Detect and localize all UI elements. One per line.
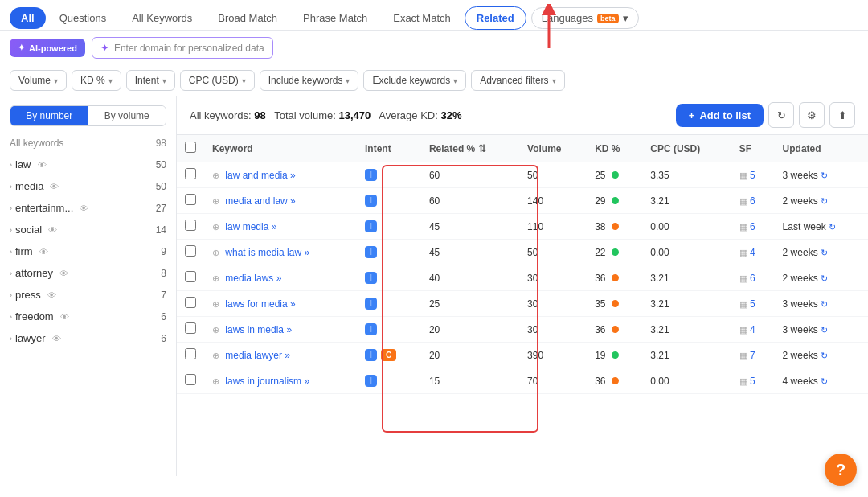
filter-exclude[interactable]: Exclude keywords ▾ (363, 70, 466, 91)
filter-kd[interactable]: KD % ▾ (72, 70, 121, 91)
row-checkbox[interactable] (185, 322, 196, 334)
refresh-icon[interactable]: ↻ (821, 351, 828, 360)
eye-icon[interactable]: 👁 (59, 269, 68, 278)
keyword-link[interactable]: media and law » (225, 195, 295, 207)
sidebar-count: 7 (161, 290, 166, 301)
row-checkbox[interactable] (185, 168, 196, 179)
filter-cpc[interactable]: CPC (USD) ▾ (180, 70, 255, 91)
sidebar-item-attorney[interactable]: › attorney 👁 8 (0, 262, 176, 284)
eye-icon[interactable]: 👁 (80, 203, 88, 213)
tab-allkeywords[interactable]: All Keywords (120, 6, 204, 30)
eye-icon[interactable]: 👁 (60, 312, 69, 322)
refresh-button[interactable]: ↻ (768, 102, 794, 128)
settings-button[interactable]: ⚙ (799, 102, 825, 128)
volume-value: 50 (519, 162, 587, 188)
sidebar-item-law[interactable]: › law 👁 50 (0, 154, 176, 175)
refresh-icon[interactable]: ↻ (821, 299, 828, 309)
help-button[interactable]: ? (825, 454, 857, 486)
sidebar-item-firm[interactable]: › firm 👁 9 (0, 240, 176, 262)
kd-value: 35 (587, 291, 642, 317)
sidebar-item-media[interactable]: › media 👁 50 (0, 175, 176, 197)
ai-powered-button[interactable]: ✦ AI-powered (10, 39, 85, 57)
sidebar-item-freedom[interactable]: › freedom 👁 6 (0, 306, 176, 327)
table-wrapper: Keyword Intent Related % ⇅ Volume KD % C… (177, 135, 868, 394)
filter-include[interactable]: Include keywords ▾ (260, 70, 359, 91)
tab-questions[interactable]: Questions (47, 6, 119, 30)
sf-link[interactable]: 5 (750, 376, 755, 387)
add-to-list-button[interactable]: + Add to list (676, 104, 764, 127)
kd-indicator (612, 249, 619, 256)
keyword-link[interactable]: laws in journalism » (225, 376, 309, 387)
chevron-right-icon: › (10, 291, 12, 299)
refresh-icon[interactable]: ↻ (821, 248, 828, 257)
keyword-link[interactable]: what is media law » (225, 247, 309, 258)
row-checkbox[interactable] (185, 194, 196, 205)
sf-link[interactable]: 4 (750, 324, 755, 335)
export-button[interactable]: ⬆ (829, 102, 855, 128)
intent-badge: I (365, 220, 377, 232)
sidebar-item-press[interactable]: › press 👁 7 (0, 284, 176, 306)
intent-badge-i: I (365, 349, 377, 361)
col-related[interactable]: Related % ⇅ (421, 135, 519, 162)
sidebar-item-social[interactable]: › social 👁 14 (0, 219, 176, 240)
tab-all[interactable]: All (10, 7, 46, 29)
kd-indicator (612, 377, 619, 384)
table-row: ⊕ media laws » I 40 30 36 3.21 ▦ 6 2 wee… (177, 265, 868, 291)
select-all-checkbox[interactable] (185, 142, 196, 153)
eye-icon[interactable]: 👁 (52, 334, 61, 343)
eye-icon[interactable]: 👁 (48, 225, 57, 235)
row-checkbox[interactable] (185, 374, 196, 385)
refresh-icon[interactable]: ↻ (821, 376, 828, 386)
keyword-link[interactable]: media laws » (225, 273, 281, 284)
row-checkbox[interactable] (185, 220, 196, 231)
row-checkbox[interactable] (185, 245, 196, 257)
table-container: Keyword Intent Related % ⇅ Volume KD % C… (177, 135, 868, 476)
filter-volume[interactable]: Volume ▾ (10, 70, 67, 91)
domain-input[interactable]: ✦ Enter domain for personalized data (92, 37, 273, 59)
refresh-icon[interactable]: ↻ (821, 273, 828, 283)
row-checkbox[interactable] (185, 271, 196, 282)
stats-text: All keywords: 98 Total volume: 13,470 Av… (190, 109, 461, 121)
question-mark-icon: ? (836, 461, 845, 479)
refresh-icon[interactable]: ↻ (829, 222, 836, 232)
sf-link[interactable]: 6 (750, 221, 755, 232)
toggle-by-volume[interactable]: By volume (88, 106, 166, 125)
stats-actions: + Add to list ↻ ⚙ ⬆ (676, 102, 855, 128)
eye-icon[interactable]: 👁 (38, 160, 47, 170)
refresh-icon[interactable]: ↻ (821, 196, 828, 206)
filter-intent[interactable]: Intent ▾ (126, 70, 175, 91)
keyword-link[interactable]: media lawyer » (225, 350, 290, 361)
sidebar-item-lawyer[interactable]: › lawyer 👁 6 (0, 327, 176, 349)
tab-phrasematch[interactable]: Phrase Match (291, 6, 379, 30)
kd-indicator (612, 171, 619, 179)
keyword-link[interactable]: laws for media » (225, 298, 295, 310)
table-row: ⊕ laws in media » I 20 30 36 3.21 ▦ 4 3 … (177, 317, 868, 343)
row-checkbox[interactable] (185, 297, 196, 308)
refresh-icon[interactable]: ↻ (821, 170, 828, 180)
sidebar-keyword-label: social (15, 224, 42, 236)
keyword-link[interactable]: laws in media » (225, 324, 292, 335)
sf-link[interactable]: 6 (750, 195, 755, 207)
row-checkbox[interactable] (185, 348, 196, 359)
tab-broadmatch[interactable]: Broad Match (206, 6, 289, 30)
chevron-right-icon: › (10, 269, 12, 277)
toggle-by-number[interactable]: By number (10, 106, 88, 125)
eye-icon[interactable]: 👁 (47, 290, 56, 300)
eye-icon[interactable]: 👁 (50, 182, 59, 191)
sf-link[interactable]: 7 (750, 350, 755, 361)
sidebar-item-entertainment[interactable]: › entertainm... 👁 27 (0, 197, 176, 219)
eye-icon[interactable]: 👁 (39, 247, 48, 257)
sf-link[interactable]: 6 (750, 273, 755, 284)
refresh-icon[interactable]: ↻ (821, 325, 828, 335)
keyword-link[interactable]: law media » (225, 221, 276, 232)
sf-link[interactable]: 5 (750, 298, 755, 310)
filter-advanced[interactable]: Advanced filters ▾ (471, 70, 564, 91)
tab-exactmatch[interactable]: Exact Match (381, 6, 463, 30)
sf-link[interactable]: 5 (750, 170, 755, 181)
keyword-link[interactable]: law and media » (225, 170, 295, 181)
col-checkbox (177, 135, 204, 162)
tab-related[interactable]: Related (465, 6, 526, 30)
col-intent: Intent (357, 135, 421, 162)
chevron-down-icon: ▾ (162, 76, 166, 85)
sf-link[interactable]: 4 (750, 247, 755, 258)
